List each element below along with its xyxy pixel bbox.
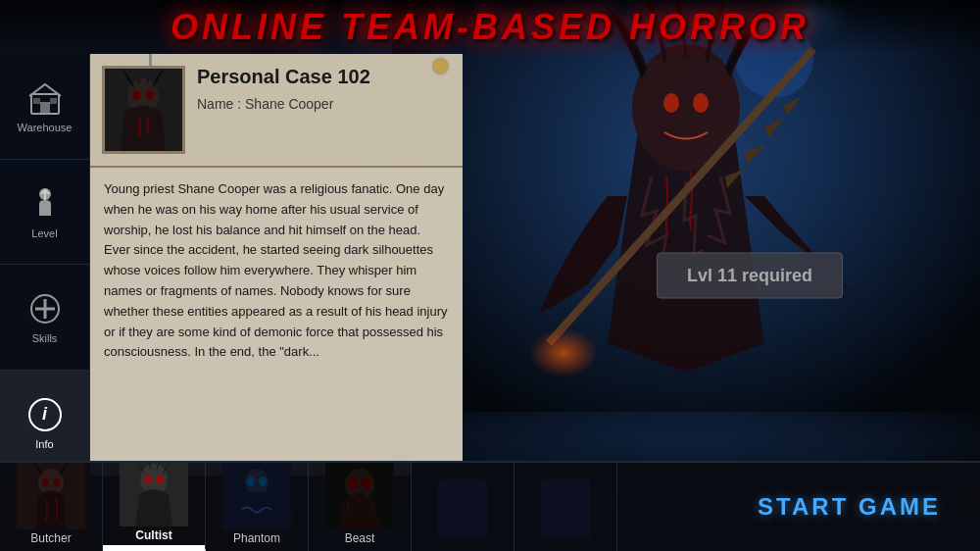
svg-point-28	[156, 475, 164, 484]
sidebar-item-info[interactable]: i Info	[0, 371, 89, 476]
butcher-portrait	[12, 463, 90, 529]
sidebar-item-skills[interactable]: Skills	[0, 265, 89, 371]
level-required-badge: Lvl 11 required	[657, 253, 843, 299]
content-panel: Personal Case 102 Name : Shane Cooper Yo…	[90, 54, 463, 476]
sidebar-label-warehouse: Warehouse	[18, 122, 73, 133]
char-label-beast: Beast	[345, 531, 375, 545]
cultist-portrait	[115, 463, 193, 526]
char-label-cultist: Cultist	[135, 528, 172, 542]
svg-rect-10	[40, 102, 50, 114]
char-label-phantom: Phantom	[233, 531, 280, 545]
svg-point-7	[529, 328, 598, 377]
info-icon: i	[25, 395, 65, 434]
svg-point-23	[42, 478, 48, 486]
empty-portrait-2	[526, 472, 605, 545]
case-header: Personal Case 102 Name : Shane Cooper	[90, 54, 463, 168]
char-slot-phantom[interactable]: Phantom	[206, 463, 309, 551]
skills-icon	[25, 289, 65, 328]
start-game-button[interactable]: START GAME	[718, 463, 980, 551]
sidebar-item-warehouse[interactable]: Warehouse	[0, 54, 89, 160]
char-label-butcher: Butcher	[30, 531, 71, 545]
svg-point-36	[362, 477, 371, 489]
svg-rect-38	[541, 479, 590, 538]
svg-point-20	[146, 90, 154, 100]
title-bar: ONLINE TEAM-BASED HORROR	[0, 0, 980, 54]
sidebar-label-level: Level	[31, 227, 57, 239]
app-title: ONLINE TEAM-BASED HORROR	[171, 7, 809, 48]
char-slot-empty-1[interactable]	[412, 463, 514, 551]
character-bar: Butcher Cultist	[0, 461, 980, 551]
svg-rect-11	[33, 98, 40, 104]
svg-point-31	[247, 476, 255, 486]
sidebar-item-level[interactable]: Level	[0, 160, 89, 266]
char-slot-empty-2[interactable]	[514, 463, 617, 551]
level-icon	[25, 184, 65, 224]
char-slot-beast[interactable]: Beast	[309, 463, 412, 551]
svg-rect-37	[438, 479, 487, 538]
svg-point-4	[663, 93, 679, 113]
svg-point-19	[132, 90, 140, 100]
svg-point-27	[144, 475, 152, 484]
svg-point-32	[259, 476, 267, 486]
svg-rect-12	[50, 98, 57, 104]
beast-portrait	[320, 463, 399, 529]
case-info: Personal Case 102 Name : Shane Cooper	[197, 66, 451, 154]
case-title: Personal Case 102	[197, 66, 451, 88]
active-indicator	[103, 545, 205, 548]
phantom-portrait	[218, 463, 296, 529]
character-portrait	[102, 66, 185, 154]
char-slot-butcher[interactable]: Butcher	[0, 463, 103, 551]
warehouse-icon	[25, 78, 65, 118]
svg-point-5	[693, 93, 709, 113]
sidebar-label-skills: Skills	[32, 332, 58, 344]
case-name: Name : Shane Cooper	[197, 96, 451, 112]
sidebar-label-info: Info	[35, 438, 53, 450]
sidebar: Warehouse Level Skills i Info	[0, 54, 90, 476]
char-slot-cultist[interactable]: Cultist	[103, 463, 206, 551]
svg-point-24	[54, 478, 60, 486]
svg-point-35	[348, 477, 358, 489]
empty-portrait-1	[423, 472, 502, 545]
story-text: Young priest Shane Cooper was a religiou…	[90, 168, 463, 472]
